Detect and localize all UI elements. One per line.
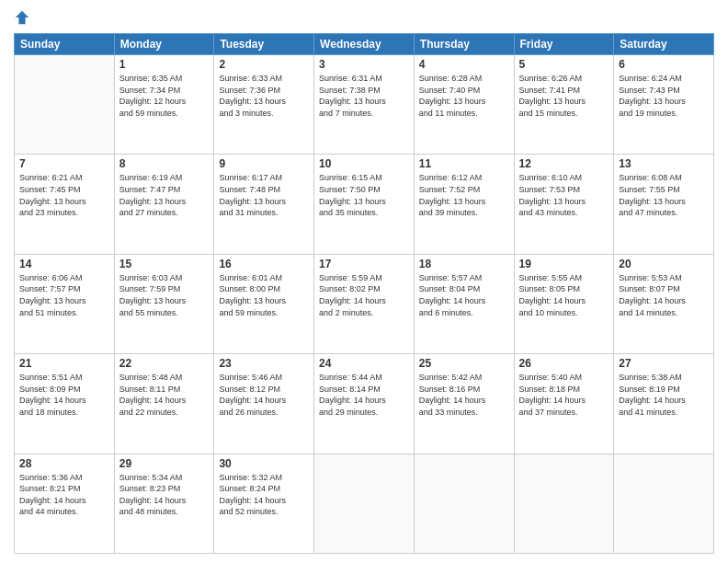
calendar: SundayMondayTuesdayWednesdayThursdayFrid… [14,33,714,554]
day-info: Sunrise: 5:36 AM Sunset: 8:21 PM Dayligh… [19,472,109,518]
calendar-cell: 23Sunrise: 5:46 AM Sunset: 8:12 PM Dayli… [214,354,314,454]
day-number: 12 [519,157,609,170]
calendar-cell: 26Sunrise: 5:40 AM Sunset: 8:18 PM Dayli… [514,354,614,454]
week-row-3: 14Sunrise: 6:06 AM Sunset: 7:57 PM Dayli… [15,254,714,353]
calendar-cell: 27Sunrise: 5:38 AM Sunset: 8:19 PM Dayli… [614,354,714,454]
calendar-cell: 30Sunrise: 5:32 AM Sunset: 8:24 PM Dayli… [214,454,314,553]
day-number: 20 [619,258,709,270]
calendar-cell: 25Sunrise: 5:42 AM Sunset: 8:16 PM Dayli… [414,354,514,454]
header [14,9,714,26]
day-number: 19 [519,258,609,270]
day-number: 18 [419,258,509,270]
day-info: Sunrise: 5:34 AM Sunset: 8:23 PM Dayligh… [119,472,210,518]
calendar-cell: 11Sunrise: 6:12 AM Sunset: 7:52 PM Dayli… [414,155,514,254]
day-info: Sunrise: 6:15 AM Sunset: 7:50 PM Dayligh… [319,172,409,218]
day-number: 28 [19,457,109,470]
calendar-cell: 17Sunrise: 5:59 AM Sunset: 8:02 PM Dayli… [314,254,415,353]
day-number: 29 [119,457,210,470]
calendar-header-row: SundayMondayTuesdayWednesdayThursdayFrid… [15,34,714,55]
day-number: 23 [219,357,309,370]
week-row-5: 28Sunrise: 5:36 AM Sunset: 8:21 PM Dayli… [15,454,714,553]
day-info: Sunrise: 6:28 AM Sunset: 7:40 PM Dayligh… [419,73,509,119]
calendar-cell: 1Sunrise: 6:35 AM Sunset: 7:34 PM Daylig… [114,55,214,155]
day-info: Sunrise: 6:01 AM Sunset: 8:00 PM Dayligh… [219,272,309,318]
day-number: 15 [119,258,210,270]
logo-icon [14,9,30,26]
week-row-4: 21Sunrise: 5:51 AM Sunset: 8:09 PM Dayli… [15,354,714,454]
calendar-cell: 8Sunrise: 6:19 AM Sunset: 7:47 PM Daylig… [114,155,214,254]
day-info: Sunrise: 5:32 AM Sunset: 8:24 PM Dayligh… [219,472,309,518]
day-info: Sunrise: 6:35 AM Sunset: 7:34 PM Dayligh… [119,73,210,119]
day-number: 22 [119,357,210,370]
day-number: 6 [619,58,709,71]
calendar-cell: 20Sunrise: 5:53 AM Sunset: 8:07 PM Dayli… [614,254,714,353]
calendar-cell: 22Sunrise: 5:48 AM Sunset: 8:11 PM Dayli… [114,354,214,454]
calendar-cell [514,454,614,553]
day-info: Sunrise: 6:33 AM Sunset: 7:36 PM Dayligh… [219,73,309,119]
day-info: Sunrise: 5:40 AM Sunset: 8:18 PM Dayligh… [519,372,609,418]
day-info: Sunrise: 5:55 AM Sunset: 8:05 PM Dayligh… [519,272,609,318]
day-number: 7 [19,157,109,170]
day-number: 4 [419,58,509,71]
calendar-cell: 13Sunrise: 6:08 AM Sunset: 7:55 PM Dayli… [614,155,714,254]
calendar-cell: 28Sunrise: 5:36 AM Sunset: 8:21 PM Dayli… [15,454,115,553]
day-info: Sunrise: 5:38 AM Sunset: 8:19 PM Dayligh… [619,372,709,418]
day-header-thursday: Thursday [414,34,514,55]
calendar-cell: 9Sunrise: 6:17 AM Sunset: 7:48 PM Daylig… [214,155,314,254]
day-info: Sunrise: 6:08 AM Sunset: 7:55 PM Dayligh… [619,172,709,218]
week-row-1: 1Sunrise: 6:35 AM Sunset: 7:34 PM Daylig… [15,55,714,155]
day-info: Sunrise: 6:03 AM Sunset: 7:59 PM Dayligh… [119,272,210,318]
day-number: 9 [219,157,309,170]
day-number: 2 [219,58,309,71]
calendar-cell: 19Sunrise: 5:55 AM Sunset: 8:05 PM Dayli… [514,254,614,353]
day-info: Sunrise: 6:10 AM Sunset: 7:53 PM Dayligh… [519,172,609,218]
day-number: 17 [319,258,409,270]
calendar-cell: 2Sunrise: 6:33 AM Sunset: 7:36 PM Daylig… [214,55,314,155]
day-number: 5 [519,58,609,71]
day-info: Sunrise: 5:57 AM Sunset: 8:04 PM Dayligh… [419,272,509,318]
day-number: 26 [519,357,609,370]
calendar-cell [314,454,415,553]
day-number: 11 [419,157,509,170]
day-info: Sunrise: 6:31 AM Sunset: 7:38 PM Dayligh… [319,73,409,119]
day-info: Sunrise: 5:42 AM Sunset: 8:16 PM Dayligh… [419,372,509,418]
day-info: Sunrise: 5:51 AM Sunset: 8:09 PM Dayligh… [19,372,109,418]
day-header-saturday: Saturday [614,34,714,55]
calendar-cell: 10Sunrise: 6:15 AM Sunset: 7:50 PM Dayli… [314,155,415,254]
day-number: 24 [319,357,409,370]
day-number: 30 [219,457,309,470]
day-number: 25 [419,357,509,370]
calendar-cell: 15Sunrise: 6:03 AM Sunset: 7:59 PM Dayli… [114,254,214,353]
svg-marker-0 [16,11,28,24]
day-info: Sunrise: 6:12 AM Sunset: 7:52 PM Dayligh… [419,172,509,218]
day-number: 21 [19,357,109,370]
calendar-cell: 16Sunrise: 6:01 AM Sunset: 8:00 PM Dayli… [214,254,314,353]
day-info: Sunrise: 6:19 AM Sunset: 7:47 PM Dayligh… [119,172,210,218]
day-header-friday: Friday [514,34,614,55]
calendar-cell: 7Sunrise: 6:21 AM Sunset: 7:45 PM Daylig… [15,155,115,254]
day-info: Sunrise: 6:24 AM Sunset: 7:43 PM Dayligh… [619,73,709,119]
day-number: 3 [319,58,409,71]
logo [14,9,34,26]
day-number: 8 [119,157,210,170]
calendar-cell: 5Sunrise: 6:26 AM Sunset: 7:41 PM Daylig… [514,55,614,155]
day-info: Sunrise: 6:21 AM Sunset: 7:45 PM Dayligh… [19,172,109,218]
day-info: Sunrise: 5:44 AM Sunset: 8:14 PM Dayligh… [319,372,409,418]
calendar-cell: 4Sunrise: 6:28 AM Sunset: 7:40 PM Daylig… [414,55,514,155]
day-number: 10 [319,157,409,170]
page: SundayMondayTuesdayWednesdayThursdayFrid… [0,0,728,563]
calendar-cell [414,454,514,553]
day-info: Sunrise: 6:17 AM Sunset: 7:48 PM Dayligh… [219,172,309,218]
calendar-cell: 18Sunrise: 5:57 AM Sunset: 8:04 PM Dayli… [414,254,514,353]
calendar-cell: 24Sunrise: 5:44 AM Sunset: 8:14 PM Dayli… [314,354,415,454]
day-number: 14 [19,258,109,270]
day-header-monday: Monday [114,34,214,55]
day-info: Sunrise: 5:48 AM Sunset: 8:11 PM Dayligh… [119,372,210,418]
calendar-cell: 29Sunrise: 5:34 AM Sunset: 8:23 PM Dayli… [114,454,214,553]
day-info: Sunrise: 5:53 AM Sunset: 8:07 PM Dayligh… [619,272,709,318]
calendar-cell: 12Sunrise: 6:10 AM Sunset: 7:53 PM Dayli… [514,155,614,254]
calendar-cell: 21Sunrise: 5:51 AM Sunset: 8:09 PM Dayli… [15,354,115,454]
day-header-tuesday: Tuesday [214,34,314,55]
day-info: Sunrise: 5:46 AM Sunset: 8:12 PM Dayligh… [219,372,309,418]
day-header-sunday: Sunday [15,34,115,55]
